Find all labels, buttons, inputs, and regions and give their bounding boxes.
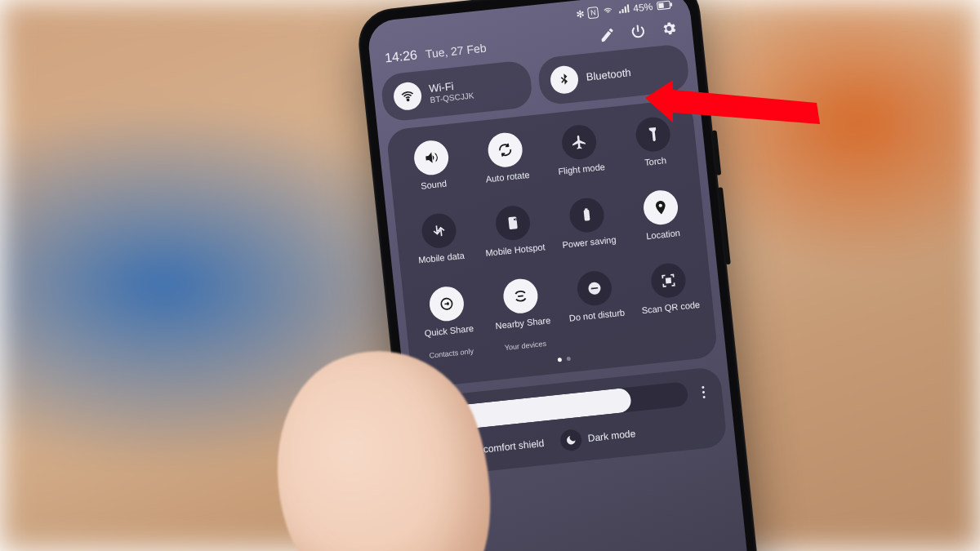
dnd-icon — [575, 269, 612, 307]
brightness-more-button[interactable] — [695, 385, 710, 399]
tile-flight-mode[interactable]: Flight mode — [541, 120, 619, 196]
sound-icon — [412, 139, 450, 176]
tile-scan-qr[interactable]: Scan QR code — [630, 258, 710, 344]
torch-icon — [634, 116, 671, 153]
clock-date[interactable]: Tue, 27 Feb — [425, 42, 487, 61]
bluetooth-icon — [549, 64, 579, 95]
svg-rect-12 — [666, 278, 670, 282]
bluetooth-status-icon: ✻ — [576, 8, 585, 20]
qr-icon — [649, 262, 687, 300]
wifi-icon — [392, 81, 422, 111]
nfc-status-icon: N — [587, 7, 599, 19]
tiles-panel: Sound Auto rotate Flight mode — [385, 99, 718, 389]
power-saving-icon — [568, 197, 605, 234]
svg-rect-3 — [658, 2, 664, 8]
tile-sound[interactable]: Sound — [394, 136, 471, 211]
tile-quick-share[interactable]: Quick Share Contacts only — [409, 282, 488, 368]
tile-nearby-share[interactable]: Nearby Share Your devices — [483, 273, 562, 360]
power-button[interactable] — [629, 23, 647, 41]
airplane-icon — [560, 123, 598, 161]
battery-icon — [657, 0, 674, 11]
tile-do-not-disturb[interactable]: Do not disturb — [557, 266, 636, 353]
tile-mobile-data[interactable]: Mobile data — [401, 208, 479, 284]
location-icon — [641, 189, 679, 226]
svg-rect-2 — [670, 2, 672, 7]
moon-icon — [559, 429, 583, 452]
tile-mobile-hotspot[interactable]: Mobile Hotspot — [475, 201, 553, 277]
dark-mode-toggle[interactable]: Dark mode — [559, 423, 637, 452]
tiles-grid: Sound Auto rotate Flight mode — [394, 112, 710, 367]
hotspot-icon — [493, 204, 531, 242]
mobile-data-icon — [420, 212, 457, 250]
nearby-share-icon — [501, 278, 539, 315]
tile-auto-rotate[interactable]: Auto rotate — [467, 127, 545, 203]
edit-tiles-button[interactable] — [599, 26, 617, 44]
clock-time[interactable]: 14:26 — [384, 47, 418, 65]
tile-torch[interactable]: Torch — [615, 112, 693, 188]
battery-percent: 45% — [633, 1, 653, 14]
svg-point-4 — [407, 99, 408, 100]
svg-rect-7 — [583, 210, 590, 221]
wifi-status-icon — [602, 6, 614, 16]
signal-status-icon — [617, 4, 630, 15]
tile-location[interactable]: Location — [623, 185, 701, 261]
bluetooth-label: Bluetooth — [586, 66, 631, 83]
auto-rotate-icon — [486, 131, 523, 169]
svg-rect-8 — [585, 208, 588, 211]
settings-button[interactable] — [660, 20, 678, 38]
tile-power-saving[interactable]: Power saving — [549, 193, 626, 269]
quick-share-icon — [427, 285, 465, 322]
